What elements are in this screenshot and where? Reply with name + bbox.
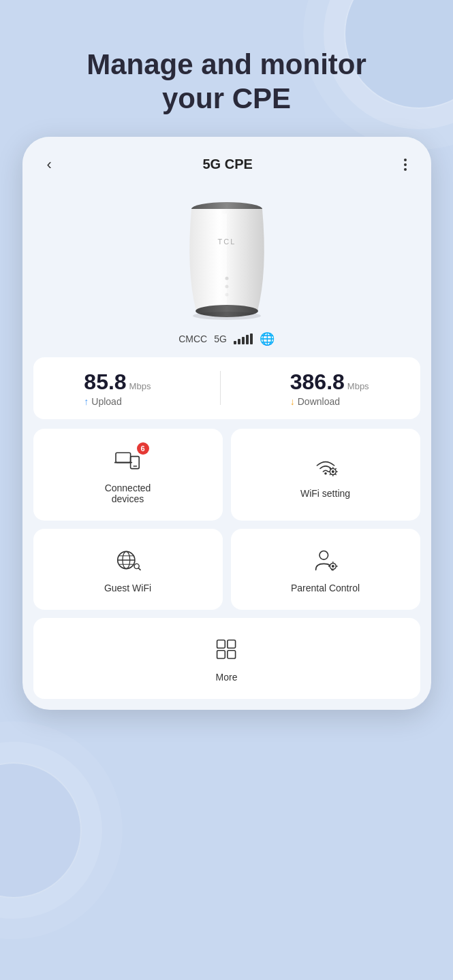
router-image: TCL: [166, 190, 288, 326]
card-title: 5G CPE: [202, 157, 252, 172]
guest-wifi-icon: [114, 548, 142, 572]
download-number: 386.8: [290, 370, 345, 395]
wifi-setting-icon: [312, 453, 339, 478]
bar-5: [250, 333, 253, 344]
wifi-setting-button[interactable]: WiFi setting: [231, 429, 420, 521]
network-type: 5G: [214, 333, 227, 344]
dot-2: [404, 163, 407, 166]
guest-wifi-label: Guest WiFi: [104, 583, 151, 593]
upload-label: Upload: [91, 396, 121, 407]
dot-1: [404, 159, 407, 161]
signal-bars: [234, 333, 253, 344]
svg-point-12: [331, 470, 334, 473]
svg-rect-24: [227, 640, 235, 649]
connected-devices-label: Connecteddevices: [105, 483, 151, 504]
more-icon-wrap: [210, 634, 244, 665]
signal-area: CMCC 5G 🌐: [178, 331, 275, 346]
svg-line-19: [138, 568, 140, 570]
dot-3: [404, 168, 407, 171]
more-label: More: [216, 672, 238, 683]
download-arrow-icon: ↓: [290, 396, 295, 407]
bg-decoration-bottom: [0, 762, 82, 898]
svg-rect-23: [217, 640, 225, 649]
guest-wifi-icon-wrap: [111, 545, 145, 576]
bar-3: [242, 337, 245, 344]
parental-control-icon: [312, 548, 339, 572]
download-value-row: 386.8 Mbps: [290, 370, 369, 395]
svg-text:TCL: TCL: [217, 238, 236, 246]
wifi-setting-icon-wrap: [309, 451, 343, 481]
page-main-title: Manage and monitor your CPE: [87, 48, 366, 116]
parental-control-label: Parental Control: [291, 583, 360, 593]
more-button[interactable]: More: [33, 618, 420, 699]
carrier-name: CMCC: [178, 333, 207, 344]
phone-card: ‹ 5G CPE: [22, 137, 431, 710]
upload-arrow-icon: ↑: [84, 396, 89, 407]
svg-rect-7: [116, 453, 131, 462]
download-label-row: ↓ Download: [290, 396, 340, 407]
speed-divider: [220, 371, 221, 405]
svg-point-4: [225, 293, 228, 296]
wifi-setting-label: WiFi setting: [300, 488, 350, 499]
svg-point-3: [225, 284, 228, 288]
connected-devices-button[interactable]: 6 Connecteddevices: [33, 429, 223, 521]
bar-2: [238, 339, 240, 344]
svg-point-22: [331, 565, 334, 568]
svg-point-2: [225, 276, 228, 280]
connected-devices-icon-wrap: 6: [111, 445, 145, 476]
upload-speed: 85.8 Mbps ↑ Upload: [84, 370, 151, 407]
bar-1: [234, 341, 236, 344]
svg-point-6: [193, 312, 261, 320]
download-speed: 386.8 Mbps ↓ Download: [290, 370, 369, 407]
upload-label-row: ↑ Upload: [84, 396, 121, 407]
menu-grid: 6 Connecteddevices: [22, 429, 431, 710]
download-unit: Mbps: [347, 381, 369, 391]
connected-devices-badge: 6: [137, 442, 149, 455]
parental-control-icon-wrap: [309, 545, 343, 576]
upload-number: 85.8: [84, 370, 126, 395]
upload-value-row: 85.8 Mbps: [84, 370, 151, 395]
speed-card: 85.8 Mbps ↑ Upload 386.8 Mbps ↓ Download: [33, 357, 420, 419]
card-header: ‹ 5G CPE: [22, 137, 431, 183]
guest-wifi-button[interactable]: Guest WiFi: [33, 529, 223, 610]
svg-point-10: [324, 472, 327, 475]
parental-control-button[interactable]: Parental Control: [231, 529, 420, 610]
bar-4: [246, 335, 249, 344]
page-title-area: Manage and monitor your CPE: [59, 0, 394, 137]
more-icon: [213, 637, 240, 662]
svg-point-20: [319, 551, 328, 560]
more-menu-button[interactable]: [399, 156, 412, 174]
router-area: TCL CMCC 5G 🌐: [22, 183, 431, 357]
globe-icon: 🌐: [260, 331, 275, 346]
upload-unit: Mbps: [129, 381, 151, 391]
download-label: Download: [298, 396, 340, 407]
svg-rect-25: [217, 651, 225, 659]
back-button[interactable]: ‹: [42, 153, 57, 176]
svg-rect-26: [227, 651, 235, 659]
